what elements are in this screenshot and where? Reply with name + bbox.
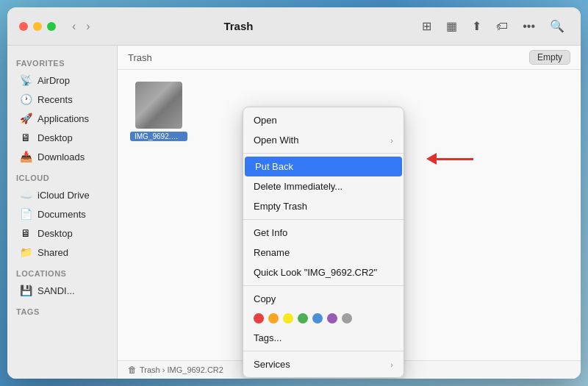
color-dot-yellow[interactable] (283, 313, 293, 324)
context-menu: Open Open With › Put Back Delete Immedia… (243, 107, 404, 378)
desktop-icon: 🖥 (19, 132, 32, 143)
sidebar-item-label: Desktop (37, 132, 73, 143)
recents-icon: 🕐 (19, 93, 32, 105)
ctx-open-label: Open (254, 115, 277, 126)
sidebar-item-label: Shared (37, 247, 68, 258)
minimize-button[interactable] (33, 22, 42, 31)
downloads-icon: 📥 (19, 151, 32, 162)
sidebar-item-label: Applications (37, 113, 89, 124)
icloud-drive-icon: ☁️ (19, 189, 32, 201)
airdrop-icon: 📡 (19, 74, 32, 86)
ctx-rename-label: Rename (254, 247, 290, 258)
ctx-tags[interactable]: Tags... (243, 328, 404, 348)
ctx-open-with[interactable]: Open With › (243, 130, 404, 150)
tags-label: Tags (7, 300, 117, 319)
trash-breadcrumb-icon: 🗑 (128, 365, 137, 375)
ctx-get-info[interactable]: Get Info (243, 223, 404, 243)
shared-icon: 📁 (19, 246, 32, 258)
ctx-empty-trash-label: Empty Trash (254, 201, 307, 212)
icloud-label: iCloud (7, 166, 117, 185)
sidebar-item-recents[interactable]: 🕐 Recents (10, 90, 114, 109)
empty-trash-button[interactable]: Empty (529, 50, 570, 65)
sidebar-item-label: Recents (37, 94, 73, 105)
more-icon[interactable]: ••• (518, 17, 539, 36)
arrow-line (437, 158, 473, 160)
view-list-icon[interactable]: ▦ (442, 16, 462, 36)
titlebar: ‹ › Trash ⊞ ▦ ⬆ 🏷 ••• 🔍 (7, 7, 581, 46)
file-thumbnail (135, 82, 182, 129)
submenu-arrow-icon: › (390, 136, 393, 145)
window-title: Trash (60, 20, 418, 32)
applications-icon: 🚀 (19, 112, 32, 124)
sidebar-item-shared[interactable]: 📁 Shared (10, 243, 114, 262)
ctx-put-back-label: Put Back (255, 161, 293, 172)
file-name-badge: IMG_9692.C… (130, 132, 187, 141)
sidebar-item-icloud-drive[interactable]: ☁️ iCloud Drive (10, 185, 114, 204)
sidebar-item-downloads[interactable]: 📥 Downloads (10, 147, 114, 166)
sidebar-item-documents[interactable]: 📄 Documents (10, 204, 114, 224)
ctx-rename[interactable]: Rename (243, 243, 404, 262)
traffic-lights (19, 22, 56, 31)
sidebar-item-sandi[interactable]: 💾 SANDI... (10, 281, 114, 300)
finder-window: ‹ › Trash ⊞ ▦ ⬆ 🏷 ••• 🔍 Favorites 📡 AirD… (7, 7, 581, 379)
view-grid-icon[interactable]: ⊞ (417, 16, 436, 36)
ctx-open-with-label: Open With (254, 135, 298, 146)
locations-label: Locations (7, 262, 117, 281)
content-header: Trash Empty (118, 46, 581, 70)
ctx-empty-trash[interactable]: Empty Trash (243, 196, 404, 216)
drive-icon: 💾 (19, 285, 32, 296)
ctx-divider-2 (243, 219, 404, 220)
thumbnail-image (135, 82, 182, 129)
color-dot-red[interactable] (254, 313, 264, 324)
ctx-quick-look[interactable]: Quick Look "IMG_9692.CR2" (243, 262, 404, 282)
ctx-services-label: Services (254, 359, 290, 370)
sidebar-item-airdrop[interactable]: 📡 AirDrop (10, 71, 114, 90)
color-dot-orange[interactable] (268, 313, 279, 324)
ctx-delete-immediately[interactable]: Delete Immediately... (243, 176, 404, 196)
ctx-divider-1 (243, 153, 404, 154)
toolbar-right: ⊞ ▦ ⬆ 🏷 ••• 🔍 (417, 16, 569, 36)
favorites-label: Favorites (7, 51, 117, 71)
ctx-services[interactable]: Services › (243, 354, 404, 374)
arrow-head (426, 153, 437, 165)
color-dot-purple[interactable] (327, 313, 337, 324)
ctx-tags-label: Tags... (254, 332, 282, 343)
search-icon[interactable]: 🔍 (545, 16, 569, 36)
ctx-get-info-label: Get Info (254, 227, 287, 238)
file-grid: IMG_9692.C… Open Open With › Put Back (118, 70, 581, 360)
sidebar-item-label: Desktop (37, 228, 73, 239)
fullscreen-button[interactable] (47, 22, 56, 31)
sidebar-item-label: SANDI... (37, 285, 75, 296)
ctx-copy[interactable]: Copy (243, 289, 404, 309)
tag-icon[interactable]: 🏷 (492, 17, 512, 36)
sidebar-item-applications[interactable]: 🚀 Applications (10, 109, 114, 128)
desktop-icloud-icon: 🖥 (19, 227, 32, 239)
file-item[interactable]: IMG_9692.C… (129, 82, 188, 141)
content-header-title: Trash (128, 52, 152, 63)
ctx-copy-label: Copy (254, 293, 276, 304)
sidebar-item-label: Downloads (37, 151, 85, 162)
red-arrow (426, 153, 473, 165)
documents-icon: 📄 (19, 208, 32, 220)
main-area: Favorites 📡 AirDrop 🕐 Recents 🚀 Applicat… (7, 46, 581, 379)
ctx-divider-4 (243, 351, 404, 351)
color-dot-blue[interactable] (312, 313, 323, 324)
ctx-delete-label: Delete Immediately... (254, 181, 343, 192)
sidebar-item-desktop-icloud[interactable]: 🖥 Desktop (10, 224, 114, 243)
color-dots-row (243, 309, 404, 328)
ctx-quick-look-label: Quick Look "IMG_9692.CR2" (254, 267, 377, 278)
sidebar-item-desktop[interactable]: 🖥 Desktop (10, 128, 114, 147)
color-dot-green[interactable] (298, 313, 308, 324)
sidebar-item-label: AirDrop (37, 75, 70, 86)
content-area: Trash Empty IMG_9692.C… Open (118, 46, 581, 379)
sidebar: Favorites 📡 AirDrop 🕐 Recents 🚀 Applicat… (7, 46, 118, 379)
share-icon[interactable]: ⬆ (467, 16, 486, 36)
color-dot-gray[interactable] (342, 313, 352, 324)
ctx-open[interactable]: Open (243, 110, 404, 130)
close-button[interactable] (19, 22, 28, 31)
sidebar-item-label: iCloud Drive (37, 190, 90, 201)
ctx-put-back[interactable]: Put Back (245, 157, 402, 176)
services-submenu-arrow-icon: › (390, 360, 393, 369)
ctx-divider-3 (243, 285, 404, 286)
sidebar-item-label: Documents (37, 209, 86, 220)
